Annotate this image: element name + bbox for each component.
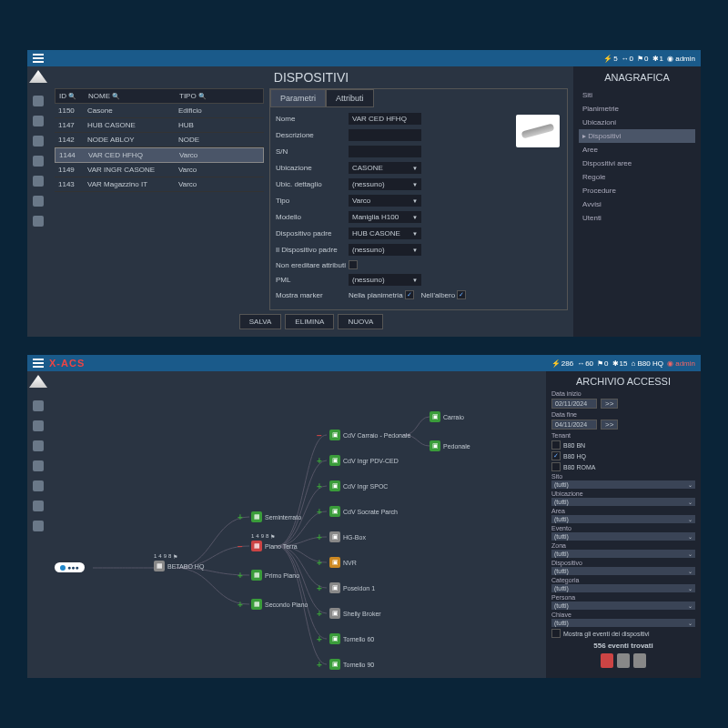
expand-icon[interactable]: +	[317, 609, 322, 619]
search-icon[interactable]: 🔍	[198, 93, 207, 100]
menu-icon[interactable]	[33, 359, 44, 368]
tenant-checkbox[interactable]	[551, 451, 561, 460]
tree-leaf[interactable]: ▣Carraio	[430, 411, 464, 422]
table-row[interactable]: 1147HUB CASONEHUB	[55, 118, 264, 133]
anag-item[interactable]: Ubicazioni	[579, 116, 695, 129]
table-row[interactable]: 1142NODE ABLOYNODE	[55, 133, 264, 147]
table-row[interactable]: 1149VAR INGR CASONEVarco	[55, 163, 264, 177]
sn-input[interactable]	[349, 146, 421, 157]
nav-item-3[interactable]	[33, 136, 44, 147]
marker-plan-checkbox[interactable]	[405, 290, 414, 299]
user-icon[interactable]: ◉ admin	[667, 359, 695, 368]
tree-node[interactable]: ▣NVR	[329, 557, 357, 568]
tree-node[interactable]: ▣Tornello 90	[329, 659, 374, 670]
anag-item[interactable]: Aree	[579, 143, 695, 157]
date-end-input[interactable]	[551, 420, 597, 430]
anag-item[interactable]: Utenti	[579, 211, 695, 225]
anag-item[interactable]: Procedure	[579, 184, 695, 197]
tree-node[interactable]: ▣Tornello 60	[329, 633, 374, 644]
nav-item-5[interactable]	[33, 176, 44, 187]
tree-node-root[interactable]: 1498⚑ ▦BETABO HQ	[154, 561, 204, 571]
collapse-icon[interactable]: −	[238, 541, 243, 551]
tree-leaf[interactable]: ▣Pedonale	[430, 440, 470, 451]
desc-input[interactable]	[349, 129, 421, 141]
modello-select[interactable]: Maniglia H100▼	[349, 211, 421, 223]
filter-select[interactable]: (tutti)⌄	[551, 602, 695, 610]
expand-icon[interactable]: +	[238, 512, 243, 522]
expand-icon[interactable]: +	[317, 456, 322, 466]
noered-checkbox[interactable]	[349, 260, 358, 269]
expand-icon[interactable]: +	[317, 660, 322, 670]
tree-node[interactable]: ▦Seminterrato	[251, 511, 301, 522]
show-events-checkbox[interactable]	[551, 629, 561, 638]
collapse-icon[interactable]: −	[317, 430, 322, 440]
new-button[interactable]: NUOVA	[338, 314, 383, 329]
ubic-select[interactable]: CASONE▼	[349, 162, 421, 174]
user-icon[interactable]: ◉ admin	[667, 55, 695, 63]
table-row[interactable]: 1143VAR Magazzino ITVarco	[55, 177, 264, 192]
site-badge[interactable]: ⌂ B80 HQ	[631, 359, 663, 368]
nav-item-6[interactable]	[33, 500, 44, 511]
expand-icon[interactable]: +	[317, 583, 322, 593]
nav-item-5[interactable]	[33, 480, 44, 491]
filter-select[interactable]: (tutti)⌄	[551, 515, 695, 523]
tree-node[interactable]: ▣Shelly Broker	[329, 608, 381, 619]
tipo-select[interactable]: Varco▼	[349, 195, 421, 207]
ubicd-select[interactable]: (nessuno)▼	[349, 178, 421, 190]
tree-node[interactable]: ▦Primo Piano	[251, 570, 299, 581]
filter-select[interactable]: (tutti)⌄	[551, 550, 695, 558]
expand-icon[interactable]: +	[317, 558, 322, 568]
table-row[interactable]: 1144VAR CED HFHQVarco	[55, 147, 264, 163]
nav-item-6[interactable]	[33, 196, 44, 207]
nav-item-2[interactable]	[33, 420, 44, 431]
export-pdf-icon[interactable]	[601, 653, 613, 668]
filter-select[interactable]: (tutti)⌄	[551, 567, 695, 575]
table-row[interactable]: 1150CasoneEdificio	[55, 104, 264, 118]
tree-node[interactable]: ▣HG-Box	[329, 531, 366, 542]
tree-node[interactable]: 1498⚑▦Piano Terra	[251, 541, 298, 551]
nav-item-4[interactable]	[33, 460, 44, 471]
tree-node[interactable]: ▣Poseidon 1	[329, 582, 375, 593]
tree-node[interactable]: ▣CdV Ingr SPOC	[329, 480, 388, 491]
nav-item-1[interactable]	[33, 96, 44, 106]
search-icon[interactable]: 🔍	[112, 93, 120, 100]
tree-node[interactable]: ▣CdV Socrate Parch	[329, 506, 398, 517]
nav-item-4[interactable]	[33, 156, 44, 167]
date-end-go[interactable]: >>	[601, 420, 618, 430]
nav-item-3[interactable]	[33, 440, 44, 451]
expand-icon[interactable]: +	[317, 634, 322, 644]
filter-select[interactable]: (tutti)⌄	[551, 619, 695, 627]
anag-item[interactable]: Regole	[579, 170, 695, 184]
date-start-input[interactable]	[551, 399, 597, 409]
delete-button[interactable]: ELIMINA	[285, 314, 334, 329]
anag-item[interactable]: Siti	[579, 88, 695, 102]
nome-input[interactable]	[349, 113, 421, 125]
anag-item[interactable]: Planimetrie	[579, 102, 695, 116]
nav-item-2[interactable]	[33, 116, 44, 126]
ilpadre-select[interactable]: (nessuno)▼	[349, 244, 421, 256]
expand-icon[interactable]: +	[317, 507, 322, 517]
export-csv-icon[interactable]	[617, 653, 630, 668]
tenant-checkbox[interactable]	[551, 462, 561, 471]
expand-icon[interactable]: +	[238, 600, 243, 610]
tree-view[interactable]: ●●● 1498⚑ ▦BETABO HQ ▦Seminterrato+1498⚑…	[49, 371, 546, 678]
nav-item-1[interactable]	[33, 400, 44, 411]
tab-parametri[interactable]: Parametri	[270, 89, 326, 107]
expand-icon[interactable]: +	[317, 481, 322, 491]
date-start-go[interactable]: >>	[601, 399, 618, 409]
anag-item[interactable]: Dispositivi aree	[579, 157, 695, 170]
padre-select[interactable]: HUB CASONE▼	[349, 228, 421, 239]
nav-item-7[interactable]	[33, 521, 44, 531]
tree-node[interactable]: ▦Secondo Piano	[251, 599, 308, 610]
search-icon[interactable]: 🔍	[68, 93, 76, 100]
anag-item[interactable]: Dispositivi	[579, 129, 695, 143]
tree-node[interactable]: ▣CdV Ingr PDV-CED	[329, 455, 399, 466]
tenant-checkbox[interactable]	[551, 440, 561, 450]
pml-select[interactable]: (nessuno)▼	[349, 274, 421, 286]
nav-item-7[interactable]	[33, 216, 44, 227]
expand-icon[interactable]: +	[238, 571, 243, 581]
filter-select[interactable]: (tutti)⌄	[551, 584, 695, 592]
menu-icon[interactable]	[33, 54, 44, 63]
export-xls-icon[interactable]	[633, 653, 646, 668]
filter-select[interactable]: (tutti)⌄	[551, 498, 695, 506]
